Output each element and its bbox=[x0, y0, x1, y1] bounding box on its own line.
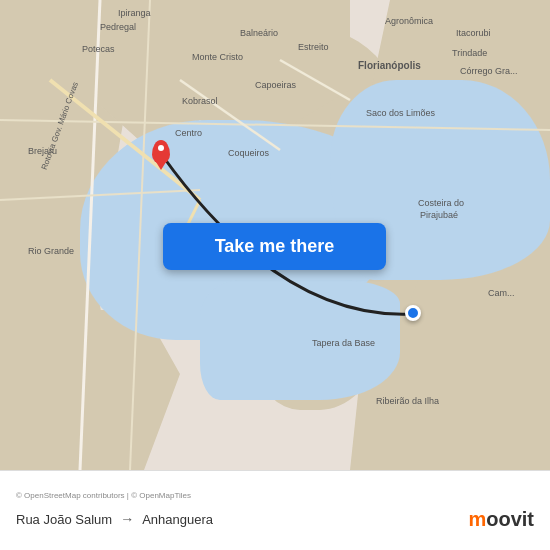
origin-marker bbox=[152, 140, 170, 164]
arrow-icon: → bbox=[120, 511, 134, 527]
svg-line-2 bbox=[0, 120, 550, 130]
bottom-bar: © OpenStreetMap contributors | © OpenMap… bbox=[0, 470, 550, 550]
svg-line-4 bbox=[180, 80, 280, 150]
svg-line-5 bbox=[280, 60, 350, 100]
moovit-logo: moovit bbox=[468, 508, 534, 531]
pin-body bbox=[152, 140, 170, 164]
svg-line-1 bbox=[130, 0, 150, 470]
attribution-text: © OpenStreetMap contributors | © OpenMap… bbox=[16, 491, 534, 500]
moovit-rest-text: oovit bbox=[486, 508, 534, 530]
route-info: Rua João Salum → Anhanguera moovit bbox=[16, 508, 534, 531]
moovit-text: moovit bbox=[468, 508, 534, 531]
destination-marker bbox=[405, 305, 421, 321]
app-container: Ipiranga Pedregal Potecas Agronômica Ita… bbox=[0, 0, 550, 550]
svg-line-6 bbox=[50, 80, 200, 200]
take-me-there-button[interactable]: Take me there bbox=[163, 223, 386, 270]
moovit-m-letter: m bbox=[468, 508, 486, 530]
svg-line-3 bbox=[0, 190, 200, 200]
destination-label: Anhanguera bbox=[142, 512, 213, 527]
pin-dot bbox=[158, 145, 164, 151]
map-area: Ipiranga Pedregal Potecas Agronômica Ita… bbox=[0, 0, 550, 470]
svg-line-0 bbox=[80, 0, 100, 470]
origin-label: Rua João Salum bbox=[16, 512, 112, 527]
